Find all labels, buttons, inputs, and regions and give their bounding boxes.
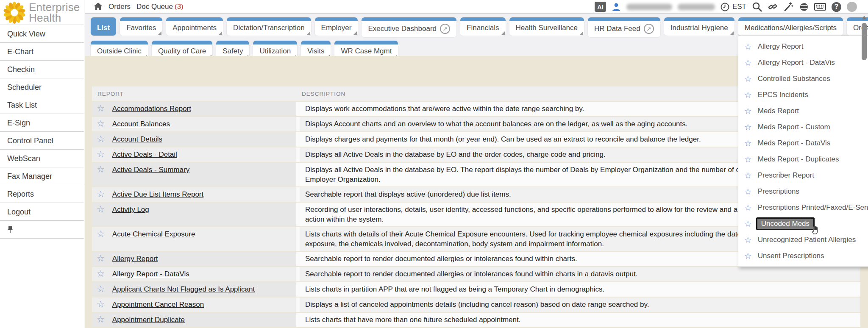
favorite-star-icon[interactable]: ☆ [97,135,105,143]
favorite-star-icon[interactable]: ☆ [744,91,752,99]
report-link-allergy-report-datavis[interactable]: Allergy Report - DataVis [112,270,189,279]
tab-health-surveillance[interactable]: Health Surveillance [509,17,584,36]
tab-hr-data-feed[interactable]: HR Data Feed↗ [588,17,660,37]
tab-employer[interactable]: Employer [315,17,358,36]
favorite-star-icon[interactable]: ☆ [97,270,105,278]
favorite-star-icon[interactable]: ☆ [97,205,105,214]
column-gutter [296,147,300,162]
favorite-star-icon[interactable]: ☆ [97,230,105,238]
report-link-appointment-duplicate[interactable]: Appointment Duplicate [112,315,185,325]
favorite-star-icon[interactable]: ☆ [97,285,105,293]
favorite-star-icon[interactable]: ☆ [744,139,752,147]
favorite-star-icon[interactable]: ☆ [744,171,752,180]
menu-item-prescriptions-printed-faxed-e-sent[interactable]: ☆Prescriptions Printed/Faxed/E-Sent↗ [738,200,868,216]
report-link-appointment-cancel-reason[interactable]: Appointment Cancel Reason [112,300,204,309]
favorite-star-icon[interactable]: ☆ [744,107,752,115]
menu-item-label: Meds Report [758,107,799,115]
menu-item-allergy-report-datavis[interactable]: ☆Allergy Report - DataVis↗ [738,55,868,71]
external-link-icon[interactable]: ↗ [440,24,450,34]
menu-item-prescriptions[interactable]: ☆Prescriptions↗ [738,183,868,200]
report-link-acute-chemical-exposure[interactable]: Acute Chemical Exposure [112,230,195,239]
tab-industrial-hygiene[interactable]: Industrial Hygiene [664,17,734,36]
favorite-star-icon[interactable]: ☆ [744,203,752,212]
report-cell: ☆Applicant Charts Not Flagged as Is Appl… [92,282,296,297]
favorite-star-icon[interactable]: ☆ [97,190,105,198]
report-link-account-balances[interactable]: Account Balances [112,120,170,129]
globe-icon[interactable] [799,2,809,12]
tab-executive-dashboard[interactable]: Executive Dashboard↗ [362,17,456,37]
sidebar-item-checkin[interactable]: Checkin [0,61,84,78]
sidebar-item-e-chart[interactable]: E-Chart [0,43,84,61]
clock-icon[interactable] [721,3,729,11]
sidebar-item-e-sign[interactable]: E-Sign [0,114,84,132]
breadcrumb-doc-queue[interactable]: Doc Queue(3) [136,3,184,11]
help-icon[interactable]: ? [832,2,841,12]
favorite-star-icon[interactable]: ☆ [744,58,752,67]
favorite-star-icon[interactable]: ☆ [97,150,105,158]
menu-item-unsent-prescriptions[interactable]: ☆Unsent Prescriptions↗ [738,248,868,264]
favorite-star-icon[interactable]: ☆ [744,252,752,260]
scrollbar-thumb[interactable] [862,23,867,60]
tab-favorites[interactable]: Favorites [120,17,162,36]
favorite-star-icon[interactable]: ☆ [744,155,752,164]
report-link-active-due-list-items-report[interactable]: Active Due List Items Report [112,190,203,199]
menu-item-meds-report[interactable]: ☆Meds Report↗ [738,103,868,119]
menu-item-meds-report-custom[interactable]: ☆Meds Report - Custom↗ [738,119,868,135]
menu-item-uncoded-meds[interactable]: ☆Uncoded Meds↗ [738,216,868,232]
menu-item-controlled-substances[interactable]: ☆Controlled Substances↗ [738,71,868,87]
favorite-star-icon[interactable]: ☆ [744,42,752,51]
home-icon[interactable] [94,3,103,11]
menu-item-prescriber-report[interactable]: ☆Prescriber Report↗ [738,167,868,183]
scroll-up-arrow-icon[interactable] [862,16,867,19]
sidebar-item-logout[interactable]: Logout [0,203,84,221]
user-name-redacted [626,4,672,10]
user-icon[interactable] [612,2,621,11]
favorite-star-icon[interactable]: ☆ [744,123,752,131]
search-icon[interactable] [752,2,762,12]
breadcrumb-orders[interactable]: Orders [108,3,131,11]
menu-item-allergy-report[interactable]: ☆Allergy Report↗ [738,39,868,55]
sidebar-item-quick-view[interactable]: Quick View [0,25,84,43]
link-icon[interactable] [768,2,778,12]
keyboard-icon[interactable] [814,3,826,11]
external-link-icon[interactable]: ↗ [644,24,654,34]
sidebar-item-task-list[interactable]: Task List [0,96,84,114]
tab-medications-allergies-scripts[interactable]: Medications/Allergies/Scripts☆Allergy Re… [738,17,843,36]
report-link-applicant-charts-not-flagged-as-is-applicant[interactable]: Applicant Charts Not Flagged as Is Appli… [112,285,255,294]
wand-icon[interactable] [783,2,793,12]
tab-dictation-transcription[interactable]: Dictation/Transcription [227,17,311,36]
favorite-star-icon[interactable]: ☆ [97,120,105,128]
favorite-star-icon[interactable]: ☆ [97,300,105,309]
tab-financials[interactable]: Financials [460,17,506,36]
tab-list[interactable]: List [91,17,116,36]
ai-badge[interactable]: AI [595,2,606,12]
menu-item-epcs-incidents[interactable]: ☆EPCS Incidents↗ [738,87,868,103]
favorite-star-icon[interactable]: ☆ [97,254,105,263]
favorite-star-icon[interactable]: ☆ [744,236,752,244]
menu-item-meds-report-duplicates[interactable]: ☆Meds Report - Duplicates↗ [738,151,868,167]
menu-item-meds-report-datavis[interactable]: ☆Meds Report - DataVis↗ [738,135,868,151]
sidebar-item-fax-manager[interactable]: Fax Manager [0,167,84,185]
report-link-account-details[interactable]: Account Details [112,135,162,144]
page-scrollbar[interactable] [860,14,868,328]
app-logo: Enterprise Health [0,0,84,25]
menu-item-unrecognized-patient-allergies[interactable]: ☆Unrecognized Patient Allergies↗ [738,232,868,248]
report-link-allergy-report[interactable]: Allergy Report [112,254,158,264]
report-link-accommodations-report[interactable]: Accommodations Report [112,104,191,114]
avatar[interactable] [847,2,857,12]
tab-appointments[interactable]: Appointments [166,17,223,36]
sidebar-item-reports[interactable]: Reports [0,185,84,203]
favorite-star-icon[interactable]: ☆ [744,75,752,83]
report-link-active-deals-summary[interactable]: Active Deals - Summary [112,165,189,175]
favorite-star-icon[interactable]: ☆ [97,165,105,174]
favorite-star-icon[interactable]: ☆ [744,220,752,228]
sidebar-item-control-panel[interactable]: Control Panel [0,132,84,150]
report-link-active-deals-detail[interactable]: Active Deals - Detail [112,150,177,159]
sidebar-item-scheduler[interactable]: Scheduler [0,78,84,96]
report-link-activity-log[interactable]: Activity Log [112,205,149,214]
sidebar-item-webscan[interactable]: WebScan [0,150,84,167]
favorite-star-icon[interactable]: ☆ [97,315,105,324]
sidebar-pin-row[interactable] [0,221,84,239]
favorite-star-icon[interactable]: ☆ [97,104,105,113]
favorite-star-icon[interactable]: ☆ [744,187,752,196]
